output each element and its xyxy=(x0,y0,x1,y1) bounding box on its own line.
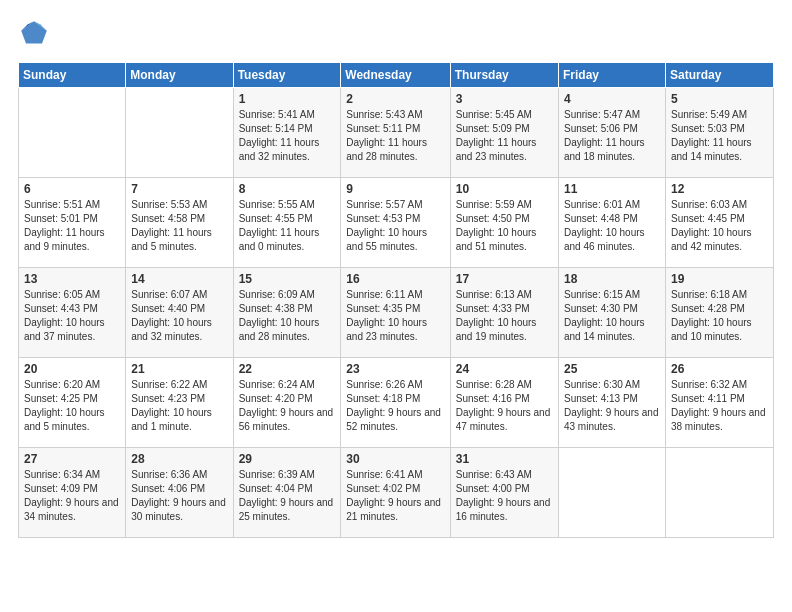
day-number: 20 xyxy=(24,362,120,376)
day-info: Sunrise: 6:28 AMSunset: 4:16 PMDaylight:… xyxy=(456,378,553,434)
day-cell: 29Sunrise: 6:39 AMSunset: 4:04 PMDayligh… xyxy=(233,448,341,538)
day-number: 27 xyxy=(24,452,120,466)
day-info: Sunrise: 5:57 AMSunset: 4:53 PMDaylight:… xyxy=(346,198,444,254)
day-cell: 12Sunrise: 6:03 AMSunset: 4:45 PMDayligh… xyxy=(665,178,773,268)
weekday-row: SundayMondayTuesdayWednesdayThursdayFrid… xyxy=(19,63,774,88)
day-cell: 31Sunrise: 6:43 AMSunset: 4:00 PMDayligh… xyxy=(450,448,558,538)
day-cell: 9Sunrise: 5:57 AMSunset: 4:53 PMDaylight… xyxy=(341,178,450,268)
weekday-header-tuesday: Tuesday xyxy=(233,63,341,88)
day-info: Sunrise: 6:07 AMSunset: 4:40 PMDaylight:… xyxy=(131,288,227,344)
day-cell: 28Sunrise: 6:36 AMSunset: 4:06 PMDayligh… xyxy=(126,448,233,538)
day-cell: 25Sunrise: 6:30 AMSunset: 4:13 PMDayligh… xyxy=(558,358,665,448)
day-info: Sunrise: 6:43 AMSunset: 4:00 PMDaylight:… xyxy=(456,468,553,524)
day-cell: 26Sunrise: 6:32 AMSunset: 4:11 PMDayligh… xyxy=(665,358,773,448)
day-info: Sunrise: 5:59 AMSunset: 4:50 PMDaylight:… xyxy=(456,198,553,254)
day-info: Sunrise: 6:26 AMSunset: 4:18 PMDaylight:… xyxy=(346,378,444,434)
day-cell: 14Sunrise: 6:07 AMSunset: 4:40 PMDayligh… xyxy=(126,268,233,358)
day-info: Sunrise: 5:41 AMSunset: 5:14 PMDaylight:… xyxy=(239,108,336,164)
day-info: Sunrise: 6:20 AMSunset: 4:25 PMDaylight:… xyxy=(24,378,120,434)
logo xyxy=(18,18,54,50)
day-number: 25 xyxy=(564,362,660,376)
day-cell: 5Sunrise: 5:49 AMSunset: 5:03 PMDaylight… xyxy=(665,88,773,178)
day-number: 12 xyxy=(671,182,768,196)
day-number: 11 xyxy=(564,182,660,196)
day-info: Sunrise: 6:05 AMSunset: 4:43 PMDaylight:… xyxy=(24,288,120,344)
week-row-2: 6Sunrise: 5:51 AMSunset: 5:01 PMDaylight… xyxy=(19,178,774,268)
day-cell: 30Sunrise: 6:41 AMSunset: 4:02 PMDayligh… xyxy=(341,448,450,538)
day-number: 9 xyxy=(346,182,444,196)
day-number: 14 xyxy=(131,272,227,286)
day-info: Sunrise: 6:11 AMSunset: 4:35 PMDaylight:… xyxy=(346,288,444,344)
day-cell: 15Sunrise: 6:09 AMSunset: 4:38 PMDayligh… xyxy=(233,268,341,358)
calendar-body: 1Sunrise: 5:41 AMSunset: 5:14 PMDaylight… xyxy=(19,88,774,538)
day-info: Sunrise: 6:03 AMSunset: 4:45 PMDaylight:… xyxy=(671,198,768,254)
day-info: Sunrise: 5:43 AMSunset: 5:11 PMDaylight:… xyxy=(346,108,444,164)
day-number: 15 xyxy=(239,272,336,286)
day-number: 2 xyxy=(346,92,444,106)
calendar-table: SundayMondayTuesdayWednesdayThursdayFrid… xyxy=(18,62,774,538)
day-number: 10 xyxy=(456,182,553,196)
calendar-header: SundayMondayTuesdayWednesdayThursdayFrid… xyxy=(19,63,774,88)
day-cell: 10Sunrise: 5:59 AMSunset: 4:50 PMDayligh… xyxy=(450,178,558,268)
day-cell: 23Sunrise: 6:26 AMSunset: 4:18 PMDayligh… xyxy=(341,358,450,448)
day-number: 3 xyxy=(456,92,553,106)
day-info: Sunrise: 6:22 AMSunset: 4:23 PMDaylight:… xyxy=(131,378,227,434)
day-number: 4 xyxy=(564,92,660,106)
weekday-header-saturday: Saturday xyxy=(665,63,773,88)
week-row-1: 1Sunrise: 5:41 AMSunset: 5:14 PMDaylight… xyxy=(19,88,774,178)
day-number: 22 xyxy=(239,362,336,376)
day-cell xyxy=(126,88,233,178)
day-cell: 27Sunrise: 6:34 AMSunset: 4:09 PMDayligh… xyxy=(19,448,126,538)
day-cell xyxy=(558,448,665,538)
week-row-3: 13Sunrise: 6:05 AMSunset: 4:43 PMDayligh… xyxy=(19,268,774,358)
day-number: 7 xyxy=(131,182,227,196)
day-info: Sunrise: 5:55 AMSunset: 4:55 PMDaylight:… xyxy=(239,198,336,254)
day-info: Sunrise: 6:34 AMSunset: 4:09 PMDaylight:… xyxy=(24,468,120,524)
day-info: Sunrise: 6:18 AMSunset: 4:28 PMDaylight:… xyxy=(671,288,768,344)
day-info: Sunrise: 6:32 AMSunset: 4:11 PMDaylight:… xyxy=(671,378,768,434)
weekday-header-sunday: Sunday xyxy=(19,63,126,88)
day-info: Sunrise: 6:09 AMSunset: 4:38 PMDaylight:… xyxy=(239,288,336,344)
day-number: 23 xyxy=(346,362,444,376)
day-cell: 19Sunrise: 6:18 AMSunset: 4:28 PMDayligh… xyxy=(665,268,773,358)
day-info: Sunrise: 5:49 AMSunset: 5:03 PMDaylight:… xyxy=(671,108,768,164)
day-info: Sunrise: 6:01 AMSunset: 4:48 PMDaylight:… xyxy=(564,198,660,254)
day-cell xyxy=(19,88,126,178)
day-cell: 2Sunrise: 5:43 AMSunset: 5:11 PMDaylight… xyxy=(341,88,450,178)
day-number: 6 xyxy=(24,182,120,196)
day-cell: 11Sunrise: 6:01 AMSunset: 4:48 PMDayligh… xyxy=(558,178,665,268)
day-info: Sunrise: 6:30 AMSunset: 4:13 PMDaylight:… xyxy=(564,378,660,434)
day-number: 24 xyxy=(456,362,553,376)
day-info: Sunrise: 6:24 AMSunset: 4:20 PMDaylight:… xyxy=(239,378,336,434)
day-cell: 3Sunrise: 5:45 AMSunset: 5:09 PMDaylight… xyxy=(450,88,558,178)
day-number: 21 xyxy=(131,362,227,376)
day-cell: 6Sunrise: 5:51 AMSunset: 5:01 PMDaylight… xyxy=(19,178,126,268)
header xyxy=(18,18,774,50)
day-cell: 4Sunrise: 5:47 AMSunset: 5:06 PMDaylight… xyxy=(558,88,665,178)
page: SundayMondayTuesdayWednesdayThursdayFrid… xyxy=(0,0,792,612)
day-number: 13 xyxy=(24,272,120,286)
day-info: Sunrise: 5:51 AMSunset: 5:01 PMDaylight:… xyxy=(24,198,120,254)
week-row-5: 27Sunrise: 6:34 AMSunset: 4:09 PMDayligh… xyxy=(19,448,774,538)
day-info: Sunrise: 5:53 AMSunset: 4:58 PMDaylight:… xyxy=(131,198,227,254)
day-number: 5 xyxy=(671,92,768,106)
day-number: 26 xyxy=(671,362,768,376)
week-row-4: 20Sunrise: 6:20 AMSunset: 4:25 PMDayligh… xyxy=(19,358,774,448)
day-info: Sunrise: 5:45 AMSunset: 5:09 PMDaylight:… xyxy=(456,108,553,164)
day-cell: 1Sunrise: 5:41 AMSunset: 5:14 PMDaylight… xyxy=(233,88,341,178)
day-info: Sunrise: 6:15 AMSunset: 4:30 PMDaylight:… xyxy=(564,288,660,344)
day-number: 30 xyxy=(346,452,444,466)
weekday-header-monday: Monday xyxy=(126,63,233,88)
day-number: 31 xyxy=(456,452,553,466)
day-cell: 22Sunrise: 6:24 AMSunset: 4:20 PMDayligh… xyxy=(233,358,341,448)
weekday-header-friday: Friday xyxy=(558,63,665,88)
day-number: 19 xyxy=(671,272,768,286)
day-cell: 21Sunrise: 6:22 AMSunset: 4:23 PMDayligh… xyxy=(126,358,233,448)
day-info: Sunrise: 6:41 AMSunset: 4:02 PMDaylight:… xyxy=(346,468,444,524)
day-info: Sunrise: 6:36 AMSunset: 4:06 PMDaylight:… xyxy=(131,468,227,524)
day-cell: 13Sunrise: 6:05 AMSunset: 4:43 PMDayligh… xyxy=(19,268,126,358)
day-cell: 7Sunrise: 5:53 AMSunset: 4:58 PMDaylight… xyxy=(126,178,233,268)
weekday-header-thursday: Thursday xyxy=(450,63,558,88)
day-cell: 8Sunrise: 5:55 AMSunset: 4:55 PMDaylight… xyxy=(233,178,341,268)
day-info: Sunrise: 5:47 AMSunset: 5:06 PMDaylight:… xyxy=(564,108,660,164)
